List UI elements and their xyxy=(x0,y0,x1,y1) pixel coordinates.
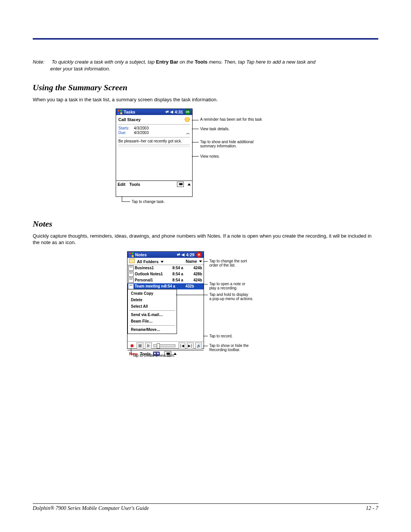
due-label: Due: xyxy=(118,131,133,135)
note-text: To quickly create a task with only a sub… xyxy=(52,59,315,65)
menu-edit[interactable]: Edit xyxy=(118,182,126,187)
heading-summary: Using the Summary Screen xyxy=(33,83,378,93)
sip-arrow-icon[interactable] xyxy=(188,183,191,185)
callout-sort: Tap to change the sortorder of the list. xyxy=(209,259,247,268)
record-icon xyxy=(131,344,134,347)
note-name: Business1 xyxy=(135,266,172,270)
callout-new-item: Tap to create a new item. xyxy=(132,353,175,358)
play-button[interactable] xyxy=(145,342,152,349)
callout-toolbar: Tap to show or hide theRecording toolbar… xyxy=(209,343,249,352)
skip-fwd-button[interactable]: ▶∣ xyxy=(187,342,194,349)
callout-popup: Tap and hold to displaya pop-up menu of … xyxy=(209,292,253,301)
record-button[interactable] xyxy=(129,343,135,349)
notes-titlebar: Notes ⇄ ◀ 4:29 ✕ xyxy=(127,252,204,258)
note-size: 428b xyxy=(189,272,202,276)
folder-picker[interactable]: All Folders xyxy=(129,259,164,264)
menu-tools[interactable]: Tools xyxy=(129,182,140,187)
connectivity-icon[interactable]: ⇄ xyxy=(177,252,180,257)
callout-reminder: A reminder has been set for this task xyxy=(200,117,262,122)
starts-value: 4/3/2003 xyxy=(134,126,149,130)
note-text-seg: on the xyxy=(178,59,194,65)
note-size: 424b xyxy=(189,266,202,270)
tasks-titlebar: Tasks ⇄ ◀ 4:31 ok xyxy=(116,109,192,115)
list-item[interactable]: Outlook Notes1 8:54 a 428b xyxy=(127,271,204,277)
menu-create-copy[interactable]: Create Copy xyxy=(128,290,177,297)
list-item[interactable]: Business1 8:54 a 424b xyxy=(127,265,204,271)
callout-edit: Tap to change task. xyxy=(132,200,165,204)
task-notes-area[interactable] xyxy=(118,147,190,180)
folder-icon xyxy=(129,259,135,263)
tasks-title: Tasks xyxy=(124,110,135,114)
folder-label: All Folders xyxy=(137,259,159,264)
ok-button[interactable]: ok xyxy=(185,109,191,115)
clock-time: 4:29 xyxy=(186,252,194,257)
note-time: 8:54 a xyxy=(172,266,189,270)
menu-delete[interactable]: Delete xyxy=(128,297,177,303)
page-accent-rule xyxy=(33,38,378,40)
note-size: 424b xyxy=(189,278,202,282)
menu-send-email[interactable]: Send via E-mail… xyxy=(128,312,177,318)
note-block: Note: To quickly create a task with only… xyxy=(33,59,378,72)
menu-rename-move[interactable]: Rename/Move… xyxy=(128,326,177,333)
volume-button[interactable]: 🔊 xyxy=(195,342,202,349)
task-dates[interactable]: Starts: 4/3/2003 Due: 4/3/2003 ︽ xyxy=(118,126,190,136)
note-text-line2: enter your task information. xyxy=(50,66,378,72)
windows-flag-icon[interactable] xyxy=(129,252,134,257)
list-item[interactable]: Personal1 8:54 a 424b xyxy=(127,277,204,283)
note-list: Business1 8:54 a 424b Outlook Notes1 8:5… xyxy=(127,265,204,334)
speaker-icon[interactable]: ◀ xyxy=(182,252,185,257)
note-text-seg: menu. Then, tap Tap here to add a new ta… xyxy=(207,59,315,65)
task-subject[interactable]: Call Stacey xyxy=(118,117,141,122)
collapse-chevron-icon[interactable]: ︽ xyxy=(186,130,190,136)
context-menu: Create Copy Delete Select All Send via E… xyxy=(127,289,177,334)
note-size: 432b xyxy=(181,284,194,288)
stop-icon xyxy=(139,344,142,347)
sort-label: Name xyxy=(186,259,197,264)
menu-select-all[interactable]: Select All xyxy=(128,303,177,310)
divider xyxy=(118,145,190,145)
playback-slider[interactable] xyxy=(153,344,175,347)
speaker-icon[interactable]: ◀ xyxy=(170,110,173,114)
list-item-selected[interactable]: Team meeting no 8:54 a 432b xyxy=(127,283,204,289)
callout-record: Tap to record. xyxy=(209,334,233,339)
callout-view-notes: View notes. xyxy=(200,154,220,159)
recording-toolbar: ∣◀ ▶∣ 🔊 xyxy=(127,341,204,350)
note-icon xyxy=(128,265,134,271)
folder-bar: All Folders Name xyxy=(127,258,204,265)
note-name: Team meeting no xyxy=(135,284,164,288)
skip-back-button[interactable]: ∣◀ xyxy=(178,342,185,349)
due-value: 4/3/2003 xyxy=(134,131,149,135)
play-icon xyxy=(147,344,150,348)
menu-separator xyxy=(129,310,175,311)
note-icon xyxy=(128,278,134,283)
footer-title: Dolphin® 7900 Series Mobile Computer Use… xyxy=(33,505,149,511)
reminder-bell-icon[interactable] xyxy=(185,117,190,123)
starts-label: Starts: xyxy=(118,126,133,130)
dropdown-icon xyxy=(199,260,202,262)
stop-button[interactable] xyxy=(137,342,143,349)
page-footer: Dolphin® 7900 Series Mobile Computer Use… xyxy=(33,503,378,511)
sort-picker[interactable]: Name xyxy=(186,259,202,264)
note-time: 8:54 a xyxy=(172,278,189,282)
callout-open: Tap to open a note orplay a recording. xyxy=(209,282,245,291)
close-button[interactable]: ✕ xyxy=(196,252,202,258)
note-bold-entrybar: Entry Bar xyxy=(156,59,178,65)
tasks-body: Call Stacey Starts: 4/3/2003 Due: xyxy=(116,115,192,181)
menu-beam-file[interactable]: Beam File… xyxy=(128,318,177,324)
notes-title: Notes xyxy=(135,252,147,257)
note-name: Personal1 xyxy=(135,278,172,282)
tasks-screenshot: Tasks ⇄ ◀ 4:31 ok Call Stacey Starts: xyxy=(116,109,193,197)
heading-notes: Notes xyxy=(33,219,378,229)
summary-intro: When you tap a task in the task list, a … xyxy=(33,96,378,103)
notes-screenshot: Notes ⇄ ◀ 4:29 ✕ All Folders Name xyxy=(127,251,204,349)
task-note-text: Be pleasant--her cat recently got sick. xyxy=(118,139,190,143)
divider xyxy=(118,137,190,137)
connectivity-icon[interactable]: ⇄ xyxy=(166,110,169,114)
footer-page: 12 - 7 xyxy=(366,505,378,511)
note-icon xyxy=(128,272,134,277)
notes-intro: Quickly capture thoughts, reminders, ide… xyxy=(33,233,378,246)
tasks-menubar: Edit Tools ⌨ xyxy=(116,181,192,188)
windows-flag-icon[interactable] xyxy=(118,110,122,114)
keyboard-icon[interactable]: ⌨ xyxy=(177,182,184,187)
note-icon xyxy=(128,284,134,289)
